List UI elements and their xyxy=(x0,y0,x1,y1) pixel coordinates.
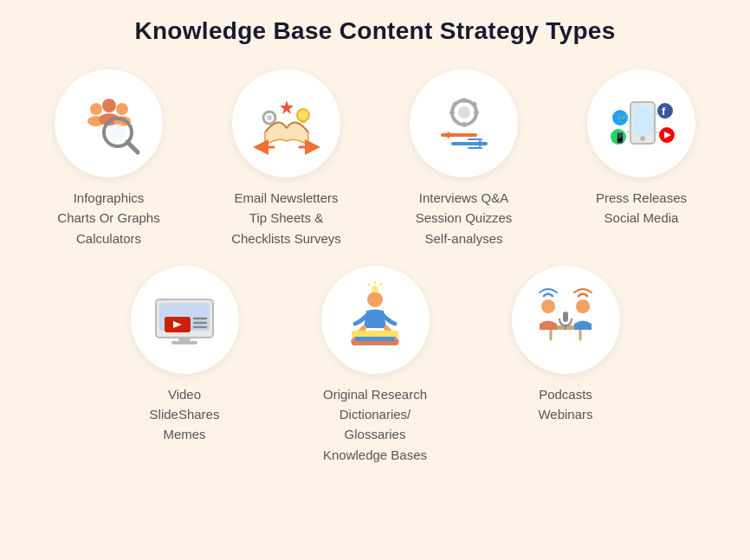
page-title: Knowledge Base Content Strategy Types xyxy=(134,17,615,45)
card-label-email-newsletters: Email Newsletters Tip Sheets & Checklist… xyxy=(231,188,341,248)
svg-marker-23 xyxy=(443,132,449,138)
card-interviews: Interviews Q&A Session Quizzes Self-anal… xyxy=(379,69,548,248)
page-container: Knowledge Base Content Strategy Types xyxy=(0,0,750,560)
card-press-releases: 🐦 f 📱 Press Rel xyxy=(557,69,726,248)
svg-text:f: f xyxy=(662,105,666,118)
icon-circle-video xyxy=(131,266,239,374)
svg-rect-50 xyxy=(178,338,191,341)
card-label-infographics: Infographics Charts Or Graphs Calculator… xyxy=(57,188,159,248)
svg-rect-51 xyxy=(171,341,197,344)
icon-circle-email-newsletters xyxy=(232,69,340,177)
original-research-icon xyxy=(336,280,414,358)
svg-text:🐦: 🐦 xyxy=(616,111,629,124)
card-podcasts: Podcasts Webinars xyxy=(483,266,648,465)
svg-point-1 xyxy=(102,99,116,113)
svg-point-64 xyxy=(576,299,590,313)
svg-marker-9 xyxy=(280,100,294,114)
top-row: Infographics Charts Or Graphs Calculator… xyxy=(24,69,726,248)
svg-rect-18 xyxy=(449,111,455,114)
svg-line-7 xyxy=(127,142,138,152)
icon-circle-podcasts xyxy=(512,266,620,374)
svg-point-52 xyxy=(367,292,383,307)
card-video: Video SlideShares Memes xyxy=(102,266,267,465)
icon-circle-interviews xyxy=(410,69,518,177)
icon-circle-infographics xyxy=(55,69,163,177)
svg-point-15 xyxy=(458,106,470,119)
icon-circle-original-research xyxy=(321,266,430,374)
svg-text:📱: 📱 xyxy=(614,132,626,144)
svg-rect-55 xyxy=(352,331,398,337)
svg-rect-29 xyxy=(633,106,652,134)
icon-circle-press-releases: 🐦 f 📱 xyxy=(587,69,695,177)
svg-point-56 xyxy=(372,286,378,293)
svg-line-59 xyxy=(380,283,382,286)
svg-point-2 xyxy=(116,103,128,115)
card-label-press-releases: Press Releases Social Media xyxy=(596,188,687,229)
svg-point-0 xyxy=(90,103,102,115)
card-label-video: Video SlideShares Memes xyxy=(150,384,220,445)
svg-rect-16 xyxy=(462,98,466,103)
video-icon xyxy=(145,280,223,358)
svg-point-12 xyxy=(297,109,309,121)
svg-point-8 xyxy=(109,124,126,141)
card-infographics: Infographics Charts Or Graphs Calculator… xyxy=(24,69,193,248)
card-email-newsletters: Email Newsletters Tip Sheets & Checklist… xyxy=(202,69,371,248)
svg-rect-13 xyxy=(301,120,306,123)
svg-rect-19 xyxy=(474,111,479,114)
svg-marker-25 xyxy=(479,140,486,147)
card-label-original-research: Original Research Dictionaries/ Glossari… xyxy=(323,384,427,465)
svg-line-58 xyxy=(368,283,370,286)
svg-point-30 xyxy=(640,136,645,141)
svg-point-11 xyxy=(267,115,272,120)
email-newsletters-icon xyxy=(248,85,326,163)
svg-rect-65 xyxy=(563,312,568,322)
card-label-podcasts: Podcasts Webinars xyxy=(538,384,592,425)
press-releases-icon: 🐦 f 📱 xyxy=(603,85,681,163)
podcasts-icon xyxy=(527,280,605,358)
svg-point-63 xyxy=(541,299,555,313)
interviews-icon xyxy=(425,85,503,163)
card-label-interviews: Interviews Q&A Session Quizzes Self-anal… xyxy=(416,188,513,248)
svg-rect-17 xyxy=(462,122,466,127)
bottom-row: Video SlideShares Memes xyxy=(102,266,648,465)
card-original-research: Original Research Dictionaries/ Glossari… xyxy=(293,266,457,465)
infographics-icon xyxy=(70,85,148,163)
